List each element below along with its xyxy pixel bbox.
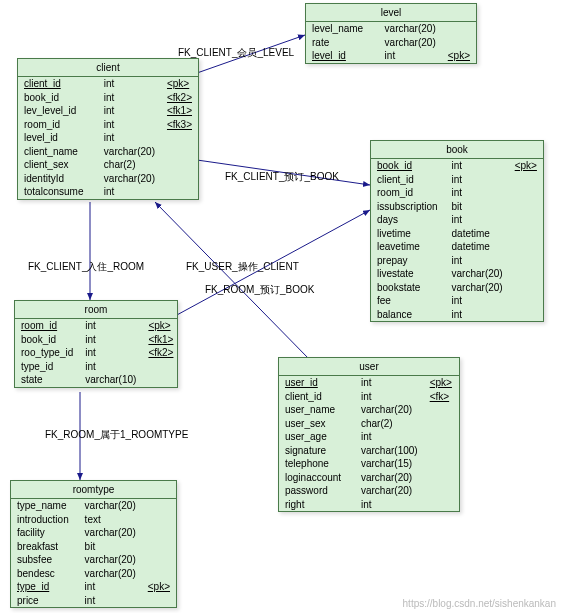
table-row: client_idint<fk> — [279, 390, 459, 404]
column-key: <pk> — [142, 319, 179, 333]
column-type: int — [355, 376, 424, 390]
column-key — [161, 131, 198, 145]
column-name: type_id — [11, 580, 79, 594]
table-row: level_idint<pk> — [306, 49, 476, 63]
column-name: telephone — [279, 457, 355, 471]
column-type: int — [79, 346, 142, 360]
column-type: int — [79, 360, 142, 374]
column-key: <pk> — [142, 580, 176, 594]
column-name: user_id — [279, 376, 355, 390]
column-name: room_id — [18, 118, 98, 132]
column-name: user_age — [279, 430, 355, 444]
column-key — [509, 173, 543, 187]
column-name: facility — [11, 526, 79, 540]
column-name: client_id — [371, 173, 446, 187]
column-key: <fk1> — [161, 104, 198, 118]
column-name: prepay — [371, 254, 446, 268]
column-type: int — [79, 594, 142, 608]
column-name: subsfee — [11, 553, 79, 567]
table-row: client_namevarchar(20) — [18, 145, 198, 159]
column-key: <pk> — [424, 376, 459, 390]
column-name: bookstate — [371, 281, 446, 295]
table-row: bookstatevarchar(20) — [371, 281, 543, 295]
column-name: type_id — [15, 360, 79, 374]
column-type: int — [98, 185, 161, 199]
column-name: issubscription — [371, 200, 446, 214]
column-type: datetime — [446, 240, 509, 254]
rel-room-book: FK_ROOM_预订_BOOK — [205, 283, 314, 297]
column-name: level_name — [306, 22, 379, 36]
table-row: type_idint<pk> — [11, 580, 176, 594]
column-key — [509, 294, 543, 308]
column-name: book_id — [371, 159, 446, 173]
column-key — [142, 373, 179, 387]
column-key — [142, 540, 176, 554]
column-type: varchar(20) — [355, 403, 424, 417]
column-key — [509, 281, 543, 295]
table-row: rightint — [279, 498, 459, 512]
column-key — [142, 360, 179, 374]
table-row: livetimedatetime — [371, 227, 543, 241]
column-name: client_id — [18, 77, 98, 91]
column-name: user_sex — [279, 417, 355, 431]
table-row: signaturevarchar(100) — [279, 444, 459, 458]
column-key — [509, 240, 543, 254]
column-key: <fk> — [424, 390, 459, 404]
column-type: int — [79, 319, 142, 333]
table-row: ratevarchar(20) — [306, 36, 476, 50]
column-key — [442, 22, 476, 36]
column-type: int — [446, 254, 509, 268]
column-type: char(2) — [98, 158, 161, 172]
column-key — [424, 430, 459, 444]
table-row: issubscriptionbit — [371, 200, 543, 214]
entity-room: roomroom_idint<pk>book_idint<fk1>roo_typ… — [14, 300, 178, 388]
table-row: user_sexchar(2) — [279, 417, 459, 431]
table-row: bendescvarchar(20) — [11, 567, 176, 581]
table-row: feeint — [371, 294, 543, 308]
table-row: book_idint<fk2> — [18, 91, 198, 105]
column-name: breakfast — [11, 540, 79, 554]
column-name: client_id — [279, 390, 355, 404]
table-row: prepayint — [371, 254, 543, 268]
table-row: type_namevarchar(20) — [11, 499, 176, 513]
column-key — [142, 513, 176, 527]
column-type: varchar(20) — [79, 499, 142, 513]
column-key — [509, 213, 543, 227]
table-row: room_idint<fk3> — [18, 118, 198, 132]
table-row: room_idint<pk> — [15, 319, 179, 333]
column-name: level_id — [306, 49, 379, 63]
column-name: leavetime — [371, 240, 446, 254]
table-row: passwordvarchar(20) — [279, 484, 459, 498]
table-row: livestatevarchar(20) — [371, 267, 543, 281]
column-type: int — [98, 131, 161, 145]
table-row: loginaccountvarchar(20) — [279, 471, 459, 485]
column-type: varchar(20) — [98, 172, 161, 186]
column-type: int — [355, 498, 424, 512]
column-key — [424, 498, 459, 512]
rel-user-client: FK_USER_操作_CLIENT — [186, 260, 299, 274]
column-key — [161, 145, 198, 159]
column-type: text — [79, 513, 142, 527]
column-type: varchar(20) — [446, 281, 509, 295]
entity-title: level — [306, 4, 476, 22]
table-row: room_idint — [371, 186, 543, 200]
column-key — [424, 484, 459, 498]
column-type: int — [98, 91, 161, 105]
column-key — [142, 594, 176, 608]
table-row: user_namevarchar(20) — [279, 403, 459, 417]
column-type: int — [446, 308, 509, 322]
column-type: int — [98, 77, 161, 91]
column-type: char(2) — [355, 417, 424, 431]
column-name: state — [15, 373, 79, 387]
table-row: roo_type_idint<fk2> — [15, 346, 179, 360]
table-row: telephonevarchar(15) — [279, 457, 459, 471]
column-key — [424, 444, 459, 458]
column-type: int — [446, 159, 509, 173]
column-key — [424, 403, 459, 417]
entity-client: clientclient_idint<pk>book_idint<fk2>lev… — [17, 58, 199, 200]
column-name: livetime — [371, 227, 446, 241]
column-name: user_name — [279, 403, 355, 417]
column-type: varchar(20) — [98, 145, 161, 159]
table-row: book_idint<fk1> — [15, 333, 179, 347]
table-row: type_idint — [15, 360, 179, 374]
